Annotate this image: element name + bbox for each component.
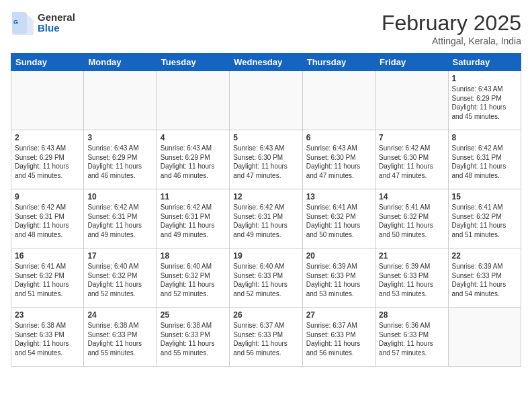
day-number: 7 [379, 133, 444, 142]
calendar-cell: 20Sunrise: 6:39 AM Sunset: 6:33 PM Dayli… [302, 248, 375, 308]
week-row-3: 16Sunrise: 6:41 AM Sunset: 6:32 PM Dayli… [11, 248, 521, 308]
calendar-cell: 11Sunrise: 6:42 AM Sunset: 6:31 PM Dayli… [157, 189, 229, 248]
day-number: 18 [161, 251, 226, 261]
day-info: Sunrise: 6:42 AM Sunset: 6:31 PM Dayligh… [233, 203, 298, 239]
day-info: Sunrise: 6:36 AM Sunset: 6:33 PM Dayligh… [379, 321, 444, 357]
day-number: 28 [379, 310, 444, 320]
day-info: Sunrise: 6:41 AM Sunset: 6:32 PM Dayligh… [452, 203, 517, 239]
logo-general-text: General [38, 12, 75, 24]
title-area: February 2025 Attingal, Kerala, India [382, 11, 521, 46]
day-info: Sunrise: 6:39 AM Sunset: 6:33 PM Dayligh… [379, 262, 444, 298]
day-number: 8 [452, 133, 517, 142]
calendar-cell: 2Sunrise: 6:43 AM Sunset: 6:29 PM Daylig… [11, 130, 84, 189]
day-number: 1 [452, 74, 517, 83]
weekday-header-saturday: Saturday [448, 54, 521, 71]
day-info: Sunrise: 6:43 AM Sunset: 6:29 PM Dayligh… [452, 85, 517, 121]
day-info: Sunrise: 6:38 AM Sunset: 6:33 PM Dayligh… [15, 321, 80, 357]
day-number: 10 [87, 192, 152, 201]
day-number: 19 [233, 251, 298, 261]
svg-text:G: G [13, 19, 18, 26]
calendar-cell: 13Sunrise: 6:41 AM Sunset: 6:32 PM Dayli… [302, 189, 375, 248]
calendar-cell: 3Sunrise: 6:43 AM Sunset: 6:29 PM Daylig… [84, 130, 157, 189]
calendar-cell: 26Sunrise: 6:37 AM Sunset: 6:33 PM Dayli… [230, 308, 302, 367]
day-info: Sunrise: 6:41 AM Sunset: 6:32 PM Dayligh… [379, 203, 444, 239]
calendar-cell: 4Sunrise: 6:43 AM Sunset: 6:29 PM Daylig… [157, 130, 229, 189]
day-number: 20 [306, 251, 371, 261]
calendar-cell [375, 71, 448, 130]
day-number: 12 [233, 192, 298, 201]
day-info: Sunrise: 6:37 AM Sunset: 6:33 PM Dayligh… [233, 321, 298, 357]
logo-text: General Blue [38, 12, 75, 34]
week-row-0: 1Sunrise: 6:43 AM Sunset: 6:29 PM Daylig… [11, 71, 521, 130]
calendar-cell: 19Sunrise: 6:40 AM Sunset: 6:33 PM Dayli… [230, 248, 302, 308]
calendar-cell: 28Sunrise: 6:36 AM Sunset: 6:33 PM Dayli… [375, 308, 448, 367]
day-number: 13 [306, 192, 371, 201]
day-number: 5 [233, 133, 298, 142]
day-info: Sunrise: 6:38 AM Sunset: 6:33 PM Dayligh… [161, 321, 226, 357]
calendar-cell: 27Sunrise: 6:37 AM Sunset: 6:33 PM Dayli… [302, 308, 375, 367]
day-info: Sunrise: 6:41 AM Sunset: 6:32 PM Dayligh… [306, 203, 371, 239]
weekday-header-row: SundayMondayTuesdayWednesdayThursdayFrid… [11, 54, 521, 71]
calendar-cell: 14Sunrise: 6:41 AM Sunset: 6:32 PM Dayli… [375, 189, 448, 248]
calendar-cell: 17Sunrise: 6:40 AM Sunset: 6:32 PM Dayli… [84, 248, 157, 308]
day-info: Sunrise: 6:40 AM Sunset: 6:32 PM Dayligh… [161, 262, 226, 298]
day-number: 26 [233, 310, 298, 320]
calendar-cell: 21Sunrise: 6:39 AM Sunset: 6:33 PM Dayli… [375, 248, 448, 308]
day-info: Sunrise: 6:43 AM Sunset: 6:29 PM Dayligh… [87, 144, 152, 180]
week-row-1: 2Sunrise: 6:43 AM Sunset: 6:29 PM Daylig… [11, 130, 521, 189]
day-number: 15 [452, 192, 517, 201]
logo-blue-text: Blue [38, 23, 75, 34]
logo-icon: G [11, 11, 35, 35]
calendar-subtitle: Attingal, Kerala, India [382, 36, 521, 46]
calendar-cell: 22Sunrise: 6:39 AM Sunset: 6:33 PM Dayli… [448, 248, 521, 308]
weekday-header-tuesday: Tuesday [157, 54, 229, 71]
calendar-cell: 6Sunrise: 6:43 AM Sunset: 6:30 PM Daylig… [302, 130, 375, 189]
day-info: Sunrise: 6:39 AM Sunset: 6:33 PM Dayligh… [452, 262, 517, 298]
day-info: Sunrise: 6:37 AM Sunset: 6:33 PM Dayligh… [306, 321, 371, 357]
day-info: Sunrise: 6:39 AM Sunset: 6:33 PM Dayligh… [306, 262, 371, 298]
weekday-header-thursday: Thursday [302, 54, 375, 71]
calendar-cell: 10Sunrise: 6:42 AM Sunset: 6:31 PM Dayli… [84, 189, 157, 248]
day-number: 16 [15, 251, 80, 261]
day-number: 17 [87, 251, 152, 261]
day-info: Sunrise: 6:42 AM Sunset: 6:31 PM Dayligh… [452, 144, 517, 180]
day-number: 25 [161, 310, 226, 320]
day-info: Sunrise: 6:43 AM Sunset: 6:29 PM Dayligh… [15, 144, 80, 180]
weekday-header-wednesday: Wednesday [230, 54, 302, 71]
calendar-cell [448, 308, 521, 367]
calendar-table: SundayMondayTuesdayWednesdayThursdayFrid… [11, 53, 521, 367]
header: G General Blue February 2025 Attingal, K… [11, 11, 521, 46]
day-number: 21 [379, 251, 444, 261]
calendar-cell [230, 71, 302, 130]
weekday-header-sunday: Sunday [11, 54, 84, 71]
calendar-cell: 9Sunrise: 6:42 AM Sunset: 6:31 PM Daylig… [11, 189, 84, 248]
calendar-cell: 25Sunrise: 6:38 AM Sunset: 6:33 PM Dayli… [157, 308, 229, 367]
day-number: 11 [161, 192, 226, 201]
day-info: Sunrise: 6:41 AM Sunset: 6:32 PM Dayligh… [15, 262, 80, 298]
day-number: 6 [306, 133, 371, 142]
calendar-cell: 18Sunrise: 6:40 AM Sunset: 6:32 PM Dayli… [157, 248, 229, 308]
day-info: Sunrise: 6:43 AM Sunset: 6:30 PM Dayligh… [306, 144, 371, 180]
day-info: Sunrise: 6:42 AM Sunset: 6:31 PM Dayligh… [15, 203, 80, 239]
calendar-cell: 7Sunrise: 6:42 AM Sunset: 6:30 PM Daylig… [375, 130, 448, 189]
day-info: Sunrise: 6:38 AM Sunset: 6:33 PM Dayligh… [87, 321, 152, 357]
day-info: Sunrise: 6:42 AM Sunset: 6:31 PM Dayligh… [161, 203, 226, 239]
day-number: 4 [161, 133, 226, 142]
day-info: Sunrise: 6:40 AM Sunset: 6:33 PM Dayligh… [233, 262, 298, 298]
week-row-2: 9Sunrise: 6:42 AM Sunset: 6:31 PM Daylig… [11, 189, 521, 248]
calendar-cell [302, 71, 375, 130]
day-number: 22 [452, 251, 517, 261]
day-number: 14 [379, 192, 444, 201]
calendar-cell: 16Sunrise: 6:41 AM Sunset: 6:32 PM Dayli… [11, 248, 84, 308]
day-number: 2 [15, 133, 80, 142]
day-number: 24 [87, 310, 152, 320]
day-info: Sunrise: 6:43 AM Sunset: 6:29 PM Dayligh… [161, 144, 226, 180]
calendar-cell: 15Sunrise: 6:41 AM Sunset: 6:32 PM Dayli… [448, 189, 521, 248]
calendar-title: February 2025 [382, 11, 521, 36]
day-info: Sunrise: 6:42 AM Sunset: 6:30 PM Dayligh… [379, 144, 444, 180]
calendar-cell: 1Sunrise: 6:43 AM Sunset: 6:29 PM Daylig… [448, 71, 521, 130]
logo: G General Blue [11, 11, 75, 35]
calendar-cell: 8Sunrise: 6:42 AM Sunset: 6:31 PM Daylig… [448, 130, 521, 189]
calendar-cell [84, 71, 157, 130]
day-number: 3 [87, 133, 152, 142]
